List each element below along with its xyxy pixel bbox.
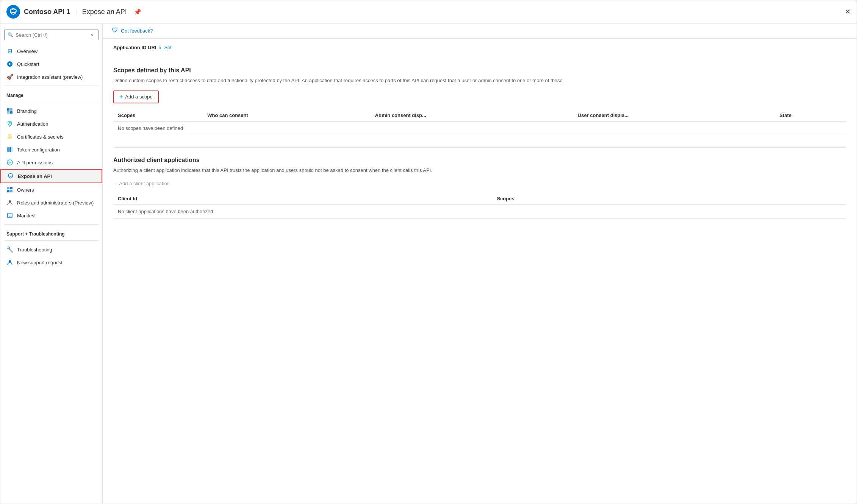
section-divider	[113, 147, 846, 148]
sidebar-item-authentication[interactable]: Authentication	[0, 117, 102, 130]
divider-support-2	[4, 240, 99, 241]
sidebar-label-manifest: Manifest	[17, 213, 36, 218]
sidebar-label-new-support: New support request	[17, 260, 63, 265]
sidebar-item-integration[interactable]: 🚀 Integration assistant (preview)	[0, 70, 102, 83]
svg-rect-16	[10, 190, 13, 192]
app-container: Contoso API 1 | Expose an API 📌 ✕ 🔍 « ⊞ …	[0, 0, 857, 504]
overview-icon: ⊞	[6, 48, 13, 55]
app-id-uri-section: Application ID URI ℹ Set	[113, 45, 846, 56]
svg-rect-10	[12, 147, 13, 152]
feedback-bar[interactable]: Got feedback?	[103, 23, 857, 39]
sidebar-label-api-permissions: API permissions	[17, 160, 53, 165]
owners-icon	[6, 186, 13, 193]
sidebar-label-token: Token configuration	[17, 147, 60, 153]
feedback-label[interactable]: Got feedback?	[121, 28, 153, 34]
scopes-section-title: Scopes defined by this API	[113, 67, 846, 74]
search-icon: 🔍	[8, 32, 13, 37]
sidebar-item-api-permissions[interactable]: API permissions	[0, 156, 102, 169]
svg-point-12	[8, 174, 13, 176]
scopes-col-user-consent: User consent displa...	[573, 109, 775, 122]
svg-rect-13	[7, 187, 9, 189]
authorized-clients-title: Authorized client applications	[113, 157, 846, 164]
troubleshooting-icon: 🔧	[6, 246, 13, 253]
sidebar-label-troubleshooting: Troubleshooting	[17, 247, 52, 253]
sidebar-item-quickstart[interactable]: Quickstart	[0, 58, 102, 70]
svg-rect-14	[10, 187, 13, 189]
svg-rect-2	[10, 108, 13, 111]
svg-rect-15	[7, 190, 9, 192]
app-id-uri-label: Application ID URI	[113, 45, 156, 50]
search-input[interactable]	[16, 32, 87, 38]
add-client-label: Add a client application	[119, 181, 170, 186]
title-separator: |	[75, 9, 77, 15]
integration-icon: 🚀	[6, 73, 13, 80]
token-icon	[6, 146, 13, 153]
expose-api-icon	[7, 173, 14, 179]
collapse-button[interactable]: «	[89, 32, 95, 38]
scopes-no-data-cell: No scopes have been defined	[113, 121, 846, 135]
sidebar-item-token[interactable]: Token configuration	[0, 143, 102, 156]
authorized-clients-desc: Authorizing a client application indicat…	[113, 167, 846, 174]
app-icon	[6, 5, 20, 19]
quickstart-icon	[6, 61, 13, 67]
header: Contoso API 1 | Expose an API 📌 ✕	[0, 0, 857, 23]
sidebar-label-roles: Roles and administrators (Preview)	[17, 200, 94, 206]
set-link[interactable]: Set	[164, 45, 172, 50]
svg-point-5	[9, 122, 11, 124]
clients-col-scopes: Scopes	[492, 193, 846, 205]
svg-rect-9	[9, 147, 11, 152]
add-client-button: + Add a client application	[113, 180, 170, 187]
branding-icon	[6, 108, 13, 114]
content-area: Got feedback? Application ID URI ℹ Set S…	[103, 23, 857, 504]
sidebar: 🔍 « ⊞ Overview Quickstart 🚀 Integration …	[0, 23, 103, 504]
sidebar-label-certificates: Certificates & secrets	[17, 134, 64, 140]
sidebar-item-branding[interactable]: Branding	[0, 105, 102, 117]
support-section-label: Support + Troubleshooting	[0, 227, 102, 238]
svg-point-20	[9, 260, 11, 262]
sidebar-label-quickstart: Quickstart	[17, 61, 39, 67]
sidebar-item-expose-api[interactable]: Expose an API	[0, 169, 102, 183]
divider-manage	[4, 86, 99, 86]
sidebar-item-certificates[interactable]: Certificates & secrets	[0, 130, 102, 143]
sidebar-label-integration: Integration assistant (preview)	[17, 74, 83, 80]
sidebar-label-branding: Branding	[17, 108, 37, 114]
add-scope-label: Add a scope	[125, 94, 152, 100]
clients-no-data-cell: No client applications have been authori…	[113, 205, 846, 218]
svg-text:01: 01	[9, 214, 12, 217]
manage-section-label: Manage	[0, 88, 102, 100]
scopes-col-who-consent: Who can consent	[203, 109, 371, 122]
roles-icon	[6, 199, 13, 206]
main-layout: 🔍 « ⊞ Overview Quickstart 🚀 Integration …	[0, 23, 857, 504]
sidebar-item-roles[interactable]: Roles and administrators (Preview)	[0, 196, 102, 209]
api-permissions-icon	[6, 159, 13, 166]
manifest-icon: 01	[6, 212, 13, 219]
svg-rect-7	[9, 137, 10, 138]
authentication-icon	[6, 120, 13, 127]
sidebar-label-expose-api: Expose an API	[18, 173, 52, 179]
pin-icon[interactable]: 📌	[134, 8, 141, 16]
clients-col-id: Client Id	[113, 193, 492, 205]
add-scope-plus-icon: +	[119, 94, 123, 100]
app-name: Contoso API 1	[24, 8, 70, 16]
svg-rect-1	[7, 108, 9, 111]
certificates-icon	[6, 133, 13, 140]
scopes-table: Scopes Who can consent Admin consent dis…	[113, 109, 846, 135]
sidebar-item-troubleshooting[interactable]: 🔧 Troubleshooting	[0, 243, 102, 256]
sidebar-item-owners[interactable]: Owners	[0, 183, 102, 196]
add-scope-button[interactable]: + Add a scope	[113, 91, 159, 103]
sidebar-item-overview[interactable]: ⊞ Overview	[0, 45, 102, 58]
search-box[interactable]: 🔍 «	[4, 30, 99, 40]
sidebar-item-manifest[interactable]: 01 Manifest	[0, 209, 102, 222]
clients-no-data-row: No client applications have been authori…	[113, 205, 846, 218]
svg-rect-3	[7, 111, 9, 114]
close-button[interactable]: ✕	[845, 8, 851, 16]
add-client-plus-icon: +	[113, 180, 117, 187]
content-inner: Application ID URI ℹ Set Scopes defined …	[103, 39, 857, 237]
scopes-col-state: State	[775, 109, 846, 122]
divider-manage-2	[4, 102, 99, 102]
svg-rect-4	[10, 111, 13, 114]
sidebar-item-new-support[interactable]: New support request	[0, 256, 102, 269]
svg-rect-8	[7, 147, 9, 152]
clients-table: Client Id Scopes No client applications …	[113, 193, 846, 218]
sidebar-label-owners: Owners	[17, 187, 34, 193]
